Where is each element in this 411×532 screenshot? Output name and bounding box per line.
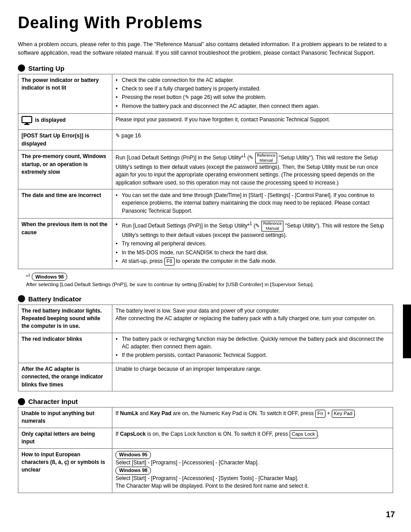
section-battery-indicator: Battery Indicator — [18, 295, 393, 303]
problem-label: When the previous item is not the cause — [18, 219, 112, 269]
section-character-input: Character Input — [18, 398, 393, 405]
section-label-battery: Battery Indicator — [28, 295, 81, 303]
table-row: The date and time are incorrect You can … — [18, 189, 393, 219]
problem-solution: Windows 95 Select [Start] - [Programs] -… — [112, 448, 393, 493]
section-starting-up: Starting Up — [18, 64, 393, 72]
problem-label: How to input European characters (ß, à, … — [18, 448, 112, 493]
capslock-key: Caps Lock — [290, 430, 317, 438]
svg-rect-2 — [24, 124, 30, 125]
problem-solution: If NumLk and Key Pad are on, the Numeric… — [112, 408, 393, 428]
list-item: Try removing all peripheral devices. — [116, 240, 390, 248]
problem-solution: The battery level is low. Save your data… — [112, 305, 393, 333]
section-label-character: Character Input — [28, 398, 78, 405]
intro-text: When a problem occurs, please refer to t… — [18, 40, 393, 57]
problem-solution: The battery pack or recharging function … — [112, 333, 393, 363]
monitor-icon — [21, 116, 32, 125]
table-row: Only capital letters are being input If … — [18, 428, 393, 448]
ref-badge: ReferenceManual — [261, 221, 284, 232]
problem-label: After the AC adapter is connected, the o… — [18, 363, 112, 391]
problem-label: The red battery indicator lights.Repeate… — [18, 305, 112, 333]
win98-badge2: Windows 98 — [116, 467, 151, 475]
table-row: The red battery indicator lights.Repeate… — [18, 305, 393, 333]
character-input-table: Unable to input anything but numerals If… — [18, 407, 393, 493]
table-row: The red indicator blinks The battery pac… — [18, 333, 393, 363]
list-item: You can set the date and time through [D… — [116, 192, 390, 215]
problem-label: The date and time are incorrect — [18, 189, 112, 219]
problem-solution: ✎ page 16 — [112, 130, 393, 150]
problem-label: is displayed — [18, 114, 112, 130]
black-tab — [403, 305, 411, 358]
list-item: The battery pack or recharging function … — [116, 335, 390, 351]
table-row: Unable to input anything but numerals If… — [18, 408, 393, 428]
problem-solution: Run [Load Default Settings (PnP)] in the… — [112, 219, 393, 269]
table-row: When the previous item is not the cause … — [18, 219, 393, 269]
problem-label: The red indicator blinks — [18, 333, 112, 363]
section-dot-character — [18, 398, 25, 405]
problem-solution: Run [Load Default Settings (PnP)] in the… — [112, 150, 393, 189]
problem-label: The pre-memory count, Windows startup, o… — [18, 150, 112, 189]
problem-solution: You can set the date and time through [D… — [112, 189, 393, 219]
list-item: Check the cable connection for the AC ad… — [116, 77, 390, 84]
table-row: The power indicator or battery indicator… — [18, 74, 393, 114]
list-item: If the problem persists, contact Panason… — [116, 352, 390, 359]
list-item: In the MS-DOS mode, run SCANDISK to chec… — [116, 249, 390, 257]
table-row: is displayed Please input your password.… — [18, 114, 393, 130]
section-dot-battery — [18, 295, 25, 302]
problem-solution: If CapsLock is on, the Caps Lock functio… — [112, 428, 393, 448]
monitor-icon-display: is displayed — [21, 116, 66, 125]
table-row: How to input European characters (ß, à, … — [18, 448, 393, 493]
section-dot-starting-up — [18, 64, 25, 72]
list-item: At start-up, press F8 to operate the com… — [116, 257, 390, 266]
problem-solution: Please input your password. If you have … — [112, 114, 393, 130]
page-number: 17 — [386, 510, 395, 519]
problem-label: Unable to input anything but numerals — [18, 408, 112, 428]
problem-solution: Unable to charge because of an improper … — [112, 363, 393, 391]
list-item: Pressing the reset button (✎ page 26) wi… — [116, 94, 390, 101]
table-row: The pre-memory count, Windows startup, o… — [18, 150, 393, 189]
table-row: [POST Start Up Error(s)] is displayed ✎ … — [18, 130, 393, 150]
problem-solution: Check the cable connection for the AC ad… — [112, 74, 393, 114]
list-item: Remove the battery pack and disconnect t… — [116, 103, 390, 110]
problem-label: Only capital letters are being input — [18, 428, 112, 448]
ref-badge: ReferenceManual — [255, 153, 278, 163]
win95-badge: Windows 95 — [116, 451, 151, 459]
page-title: Dealing With Problems — [18, 13, 393, 32]
fn-key: Fn — [315, 410, 325, 418]
svg-rect-1 — [26, 123, 28, 124]
svg-rect-0 — [22, 116, 32, 123]
f8-key: F8 — [164, 257, 175, 266]
footnote-starting-up: *1 Windows 98 After selecting [Load Defa… — [26, 272, 393, 289]
win98-badge: Windows 98 — [32, 273, 67, 281]
starting-up-table: The power indicator or battery indicator… — [18, 74, 393, 269]
battery-table: The red battery indicator lights.Repeate… — [18, 305, 393, 392]
list-item: Check to see if a fully charged battery … — [116, 85, 390, 93]
problem-label: [POST Start Up Error(s)] is displayed — [18, 130, 112, 150]
table-row: After the AC adapter is connected, the o… — [18, 363, 393, 391]
keypad-key: Key Pad — [332, 410, 355, 418]
list-item: Run [Load Default Settings (PnP)] in the… — [116, 221, 390, 239]
is-displayed-label: is displayed — [35, 116, 66, 124]
section-label-starting-up: Starting Up — [28, 64, 64, 72]
problem-label: The power indicator or battery indicator… — [18, 74, 112, 114]
